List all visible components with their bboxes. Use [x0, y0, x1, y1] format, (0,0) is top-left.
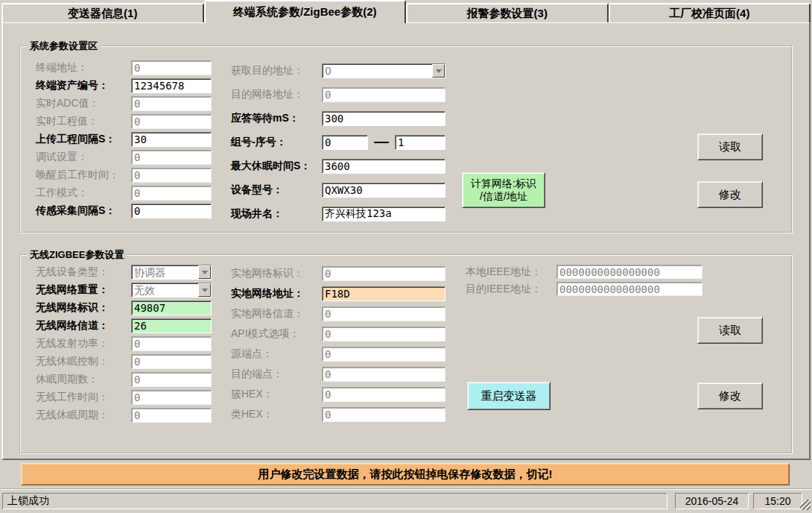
field-label: 源端点： [231, 347, 322, 361]
sleep-cycle-count-input [131, 372, 212, 387]
site-well-name-input[interactable] [322, 207, 445, 221]
read-button-system[interactable]: 读取 [697, 133, 763, 160]
field-label: 传感采集间隔S： [36, 204, 131, 218]
device-model-input[interactable] [322, 183, 445, 198]
modify-button-zigbee[interactable]: 修改 [697, 383, 763, 409]
field-work-mode: 工作模式： [36, 184, 212, 202]
wireless-sleep-control-input [131, 354, 212, 369]
field-label: 本地IEEE地址： [466, 265, 556, 279]
field-reply-wait-ms: 应答等待mS： [231, 107, 445, 130]
combo-value: 0 [323, 64, 432, 78]
field-label: 无线工作时间： [36, 391, 131, 404]
zigbee-middle-column: 实地网络标识： 实地网络地址： 实地网络信道： API模式选项： 源端点： 目的… [231, 263, 445, 424]
group-title: 无线ZIGBEE参数设置 [27, 248, 127, 262]
field-label: 休眠周期数： [36, 373, 131, 386]
resize-grip-icon[interactable] [800, 500, 811, 510]
field-dest-ieee-address: 目的IEEE地址： [466, 280, 702, 298]
field-terminal-asset-number: 终端资产编号： [36, 77, 212, 95]
field-label: 无线休眠控制： [36, 355, 131, 368]
system-middle-column: 获取目的地址： 0 目的网络地址： 应答等待mS： 组号-序号： [231, 59, 445, 226]
dest-network-address-input [322, 87, 445, 102]
api-mode-option-input [322, 327, 445, 342]
field-label: 无线网络重置： [36, 283, 131, 297]
status-date: 2016-05-24 [675, 493, 749, 509]
tab-terminal-zigbee-params[interactable]: 终端系统参数/ZigBee参数(2) [204, 0, 407, 23]
group-number-input[interactable] [322, 135, 368, 150]
save-settings-banner-button[interactable]: 用户修改完设置数据，请按此按钮掉电保存修改数据，切记! [21, 463, 790, 485]
reply-wait-ms-input[interactable] [322, 111, 445, 126]
restart-transmitter-button[interactable]: 重启变送器 [467, 382, 551, 410]
field-label: 无线网络标识： [36, 301, 131, 315]
field-label: 目的端点： [231, 368, 322, 381]
field-terminal-address: 终端地址： [36, 59, 212, 77]
wireless-tx-power-input [131, 336, 212, 351]
serial-number-input[interactable] [395, 135, 445, 150]
field-sensor-interval: 传感采集间隔S： [36, 202, 212, 220]
wireless-network-channel-input[interactable] [131, 318, 212, 333]
field-label: 无线网络信道： [36, 319, 131, 333]
field-max-sleep-time: 最大休眠时间S： [231, 154, 445, 178]
field-cluster-hex: 簇HEX： [231, 384, 445, 404]
tab-transmitter-info[interactable]: 变送器信息(1) [1, 3, 204, 22]
tab-factory-calibration[interactable]: 工厂校准页面(4) [609, 3, 811, 22]
modify-button-system[interactable]: 修改 [697, 181, 763, 208]
field-class-hex: 类HEX： [231, 404, 445, 424]
field-label: 实地网络标识： [231, 267, 322, 280]
field-sleep-cycle-count: 休眠周期数： [36, 371, 212, 388]
max-sleep-time-input[interactable] [322, 159, 445, 174]
field-work-time-after-wake: 唤醒后工作时间： [36, 166, 212, 184]
tab-strip: 变送器信息(1) 终端系统参数/ZigBee参数(2) 报警参数设置(3) 工厂… [1, 0, 811, 22]
cluster-hex-input [322, 387, 445, 402]
field-label: 最大休眠时间S： [231, 160, 322, 173]
calc-network-line2: /信道/地址 [480, 190, 527, 203]
local-network-address-input[interactable] [322, 286, 445, 301]
terminal-address-input [131, 60, 212, 75]
status-message: 上锁成功 [2, 493, 667, 509]
field-label: 现场井名： [231, 207, 322, 221]
field-label: 簇HEX： [231, 388, 322, 401]
work-mode-input [131, 186, 212, 201]
dest-ieee-address-input [556, 282, 702, 296]
status-time: 15:20 [753, 493, 802, 509]
chevron-down-icon [432, 64, 445, 78]
field-group-serial: 组号-序号： [231, 130, 445, 154]
dash-separator [368, 142, 395, 143]
field-label: 调试设置： [36, 151, 131, 164]
wireless-sleep-cycle-input [131, 408, 212, 423]
field-wireless-network-reset: 无线网络重置： 无效 [36, 281, 212, 299]
field-get-dest-address: 获取目的地址： 0 [231, 59, 445, 83]
get-dest-address-combo: 0 [322, 63, 445, 78]
sensor-interval-input[interactable] [131, 204, 212, 218]
upload-interval-input[interactable] [131, 132, 212, 147]
tab-alarm-params[interactable]: 报警参数设置(3) [406, 3, 609, 22]
wireless-work-time-input [131, 390, 212, 405]
field-wireless-work-time: 无线工作时间： [36, 388, 212, 406]
field-local-network-channel: 实地网络信道： [231, 303, 445, 324]
field-source-endpoint: 源端点： [231, 344, 445, 364]
field-wireless-network-channel: 无线网络信道： [36, 317, 212, 335]
field-label: 工作模式： [36, 186, 131, 200]
field-local-network-id: 实地网络标识： [231, 263, 445, 283]
wireless-network-id-input[interactable] [131, 300, 212, 315]
field-wireless-device-type: 无线设备类型： 协调器 [36, 263, 212, 281]
field-label: 上传工程间隔S： [36, 133, 131, 146]
application-window: { "tabs": [ { "label": "变送器信息(1)", "acti… [0, 0, 812, 513]
field-local-network-address: 实地网络地址： [231, 283, 445, 303]
calc-network-button[interactable]: 计算网络:标识 /信道/地址 [462, 172, 545, 208]
read-button-zigbee[interactable]: 读取 [697, 317, 763, 344]
field-label: 终端地址： [36, 61, 131, 75]
status-bar: 上锁成功 2016-05-24 15:20 [0, 488, 812, 512]
field-label: 目的IEEE地址： [466, 283, 556, 296]
combo-value: 无效 [132, 283, 198, 297]
field-wireless-tx-power: 无线发射功率： [36, 335, 212, 353]
field-device-model: 设备型号： [231, 178, 445, 202]
terminal-asset-number-input[interactable] [131, 78, 212, 93]
field-label: 类HEX： [231, 408, 322, 421]
field-label: 实时ADC值： [36, 97, 131, 110]
work-time-after-wake-input [131, 168, 212, 183]
field-realtime-adc: 实时ADC值： [36, 95, 212, 113]
chevron-down-icon [198, 265, 211, 279]
field-label: API模式选项： [231, 327, 322, 341]
debug-setting-input [131, 150, 212, 165]
wireless-device-type-combo: 协调器 [131, 265, 212, 280]
